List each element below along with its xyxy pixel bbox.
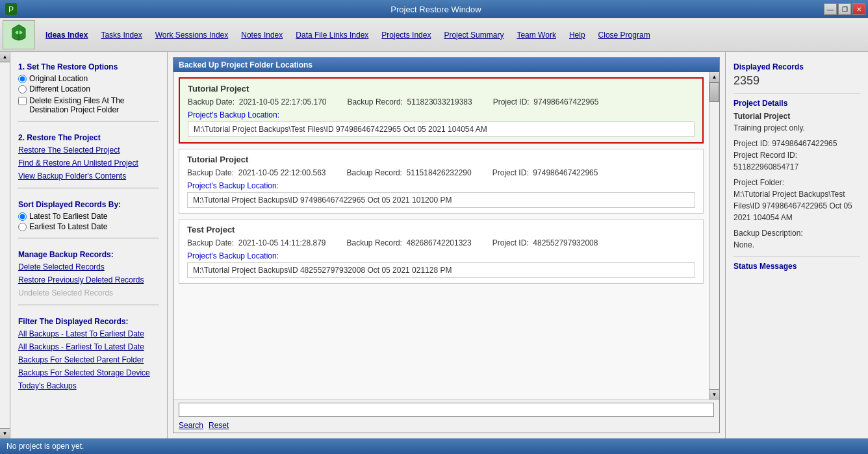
sidebar-scroll-up[interactable]: ▲: [0, 52, 10, 62]
record-card-1[interactable]: Tutorial Project Backup Date: 2021-10-05…: [179, 77, 704, 144]
menu-item-notes-index[interactable]: Notes Index: [236, 28, 288, 42]
project-id-label: Project ID:: [734, 139, 770, 148]
todays-backups-link[interactable]: Today's Backups: [18, 381, 159, 391]
sidebar-divider-4: [18, 305, 159, 305]
record-1-id-label: Project ID: 974986467422965: [493, 97, 599, 107]
app-icon: P: [5, 3, 17, 15]
search-links: Search Reset: [179, 421, 714, 430]
status-message: No project is open yet.: [6, 442, 84, 451]
scroll-thumb[interactable]: [709, 82, 719, 102]
record-2-date-label: Backup Date: 2021-10-05 22:12:00.563: [187, 168, 326, 177]
menu-item-ideas-index[interactable]: Ideas Index: [40, 28, 93, 42]
search-bar: Search Reset: [173, 399, 719, 433]
app-logo: [3, 20, 35, 49]
backup-desc-section: Backup Description: None.: [734, 227, 860, 251]
record-3-record-label: Backup Record: 482686742201323: [347, 238, 472, 247]
project-folder-label: Project Folder:: [734, 177, 860, 188]
delete-files-checkbox[interactable]: Delete Existing Files At The Destination…: [18, 96, 159, 114]
record-2-location-value: M:\Tutorial Project Backups\ID 974986467…: [187, 192, 695, 208]
backup-desc-value: None.: [734, 239, 860, 251]
record-3-date-label: Backup Date: 2021-10-05 14:11:28.879: [187, 238, 326, 247]
all-backups-latest-link[interactable]: All Backups - Latest To Earliest Date: [18, 329, 159, 339]
minimize-button[interactable]: —: [824, 3, 837, 15]
different-location-radio[interactable]: Different Location: [18, 84, 159, 94]
restore-button[interactable]: ❐: [838, 3, 851, 15]
all-backups-earliest-link[interactable]: All Backups - Earliest To Latest Date: [18, 342, 159, 352]
right-divider-1: [734, 93, 860, 94]
search-input[interactable]: [179, 403, 714, 417]
records-area[interactable]: Tutorial Project Backup Date: 2021-10-05…: [173, 72, 709, 399]
project-folder-section: Project Folder: M:\Tutorial Project Back…: [734, 177, 860, 223]
records-scroll-up[interactable]: ▲: [709, 72, 719, 82]
record-3-id: 482552797932008: [533, 238, 598, 247]
project-details-title: Project Details: [734, 99, 860, 108]
project-name: Tutorial Project: [734, 110, 860, 122]
earliest-first-radio[interactable]: Earliest To Latest Date: [18, 222, 159, 231]
record-3-title: Test Project: [187, 225, 695, 234]
record-2-record-label: Backup Record: 511518426232290: [347, 168, 472, 177]
right-panel: Displayed Records 2359 Project Details T…: [725, 52, 868, 438]
menu-item-tasks-index[interactable]: Tasks Index: [96, 28, 147, 42]
sidebar: 1. Set The Restore Options Original Loca…: [10, 52, 167, 438]
main-header: Backed Up Project Folder Locations: [173, 58, 719, 72]
record-card-3[interactable]: Test Project Backup Date: 2021-10-05 14:…: [179, 219, 704, 284]
undelete-link: Undelete Selected Records: [18, 288, 159, 298]
restore-previously-link[interactable]: Restore Previously Deleted Records: [18, 275, 159, 285]
project-record-id-label: Project Record ID:: [734, 151, 797, 160]
latest-first-radio[interactable]: Latest To Earliest Date: [18, 212, 159, 221]
restore-selected-link[interactable]: Restore The Selected Project: [18, 145, 159, 155]
records-scroll-down[interactable]: ▼: [709, 389, 719, 399]
record-2-record: 511518426232290: [407, 168, 472, 177]
delete-selected-link[interactable]: Delete Selected Records: [18, 262, 159, 272]
record-3-date: 2021-10-05 14:11:28.879: [238, 238, 326, 247]
record-card-2[interactable]: Tutorial Project Backup Date: 2021-10-05…: [179, 149, 704, 214]
record-1-location-value: M:\Tutorial Project Backups\Test Files\I…: [188, 121, 695, 137]
find-restore-link[interactable]: Find & Restore An Unlisted Project: [18, 158, 159, 168]
menu-item-team-work[interactable]: Team Work: [511, 28, 561, 42]
record-1-location-label: Project's Backup Location:: [188, 110, 695, 120]
menubar: Ideas Index Tasks Index Work Sessions In…: [0, 18, 868, 52]
sidebar-divider-3: [18, 238, 159, 238]
backups-parent-link[interactable]: Backups For Selected Parent Folder: [18, 355, 159, 365]
sidebar-scroll-down[interactable]: ▼: [0, 428, 10, 438]
restore-options-title: 1. Set The Restore Options: [18, 62, 159, 71]
original-location-radio[interactable]: Original Location: [18, 74, 159, 83]
record-3-location-label: Project's Backup Location:: [187, 251, 695, 260]
project-id-section: Project ID: 974986467422965: [734, 138, 860, 149]
record-1-title: Tutorial Project: [188, 84, 695, 94]
project-desc: Training project only.: [734, 122, 860, 134]
menu-item-data-file-links-index[interactable]: Data File Links Index: [290, 28, 374, 42]
record-3-id-label: Project ID: 482552797932008: [492, 238, 598, 247]
record-1-record: 511823033219383: [407, 97, 472, 107]
record-1-record-label: Backup Record: 511823033219383: [348, 97, 472, 107]
logo-icon: [7, 23, 31, 47]
reset-link[interactable]: Reset: [209, 421, 229, 430]
view-backup-link[interactable]: View Backup Folder's Contents: [18, 171, 159, 181]
record-2-meta: Backup Date: 2021-10-05 22:12:00.563 Bac…: [187, 168, 695, 177]
record-2-id: 974986467422965: [533, 168, 598, 177]
record-2-date: 2021-10-05 22:12:00.563: [238, 168, 326, 177]
project-folder-value: M:\Tutorial Project Backups\Test Files\I…: [734, 188, 860, 223]
menu-item-projects-index[interactable]: Projects Index: [376, 28, 436, 42]
records-scrollbar[interactable]: ▲ ▼: [709, 72, 719, 399]
restore-project-title: 2. Restore The Project: [18, 133, 159, 142]
menu-item-help[interactable]: Help: [564, 28, 591, 42]
backups-storage-link[interactable]: Backups For Selected Storage Device: [18, 368, 159, 378]
restore-location-group: Original Location Different Location: [18, 74, 159, 94]
menu-item-close-program[interactable]: Close Program: [593, 28, 656, 42]
record-1-date: 2021-10-05 22:17:05.170: [239, 97, 327, 107]
right-divider-2: [734, 256, 860, 257]
close-button[interactable]: ✕: [852, 3, 865, 15]
svg-text:P: P: [8, 5, 14, 14]
project-id-value: 974986467422965: [772, 139, 837, 148]
menu-item-work-sessions-index[interactable]: Work Sessions Index: [150, 28, 234, 42]
search-link[interactable]: Search: [179, 421, 203, 430]
manage-title: Manage Backup Records:: [18, 250, 159, 259]
record-2-id-label: Project ID: 974986467422965: [492, 168, 598, 177]
menu-item-project-summary[interactable]: Project Summary: [439, 28, 509, 42]
record-3-record: 482686742201323: [407, 238, 472, 247]
statusbar: No project is open yet.: [0, 438, 868, 454]
record-1-meta: Backup Date: 2021-10-05 22:17:05.170 Bac…: [188, 97, 695, 107]
record-1-id: 974986467422965: [533, 97, 598, 107]
status-messages-title: Status Messages: [734, 262, 860, 271]
